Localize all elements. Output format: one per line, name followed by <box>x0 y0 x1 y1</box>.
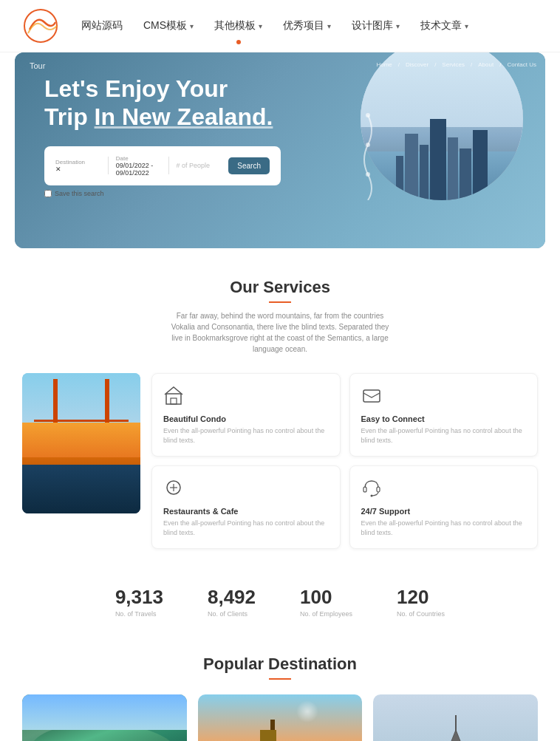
hero-search-button[interactable]: Search <box>228 157 270 174</box>
wave-decoration <box>338 112 397 200</box>
building-7 <box>473 130 488 200</box>
form-divider-1 <box>108 157 109 174</box>
services-divider <box>269 301 291 303</box>
destination-card-3[interactable]: Lake Thun Switzerland <box>373 694 538 741</box>
hero-nav-services[interactable]: Services <box>442 61 465 68</box>
svg-point-2 <box>366 143 370 147</box>
chevron-down-icon: ▾ <box>259 22 262 30</box>
chevron-down-icon: ▾ <box>327 22 331 30</box>
date-label: Date <box>116 155 161 162</box>
bridge-water <box>22 465 140 514</box>
hero-content: Let's Enjoy Your Trip In New Zealand. De… <box>44 75 281 197</box>
building-3 <box>420 145 428 200</box>
condo-icon <box>163 385 329 410</box>
support-icon <box>361 477 527 502</box>
building-4 <box>430 119 446 200</box>
hero-title: Let's Enjoy Your Trip In New Zealand. <box>44 75 281 132</box>
hero-nav-sep4: / <box>499 61 501 68</box>
restaurant-name: Restaurants & Cafe <box>163 507 329 516</box>
hero-search-form: Destination ✕ Date 09/01/2022 - 09/01/20… <box>44 146 281 185</box>
stat-countries-number: 120 <box>397 586 445 609</box>
stat-clients-number: 8,492 <box>208 586 256 609</box>
destination-card-2[interactable]: San Francisco, United States United Stat… <box>198 694 363 741</box>
destination-card-1[interactable]: Rialto Bridge Venice, Italy <box>22 694 187 741</box>
services-description: Far far away, behind the word mountains,… <box>169 310 391 355</box>
bridge-right-tower <box>105 379 109 423</box>
stat-employees: 100 No. of Employees <box>300 586 352 618</box>
service-card-connect: Easy to Connect Even the all-powerful Po… <box>349 373 539 457</box>
chevron-down-icon: ▾ <box>465 22 468 30</box>
bridge-background <box>22 373 140 513</box>
nav-item-cms[interactable]: CMS模板 ▾ <box>143 19 194 33</box>
form-divider-2 <box>168 157 169 174</box>
hero-nav-about[interactable]: About <box>478 61 494 68</box>
connect-text: Even the all-powerful Pointing has no co… <box>361 426 527 445</box>
bridge-sunset <box>22 423 140 458</box>
services-title: Our Services <box>22 278 538 297</box>
stat-employees-label: No. of Employees <box>300 610 352 618</box>
services-grid: Beautiful Condo Even the all-powerful Po… <box>22 373 538 549</box>
building-2 <box>405 134 418 200</box>
condo-name: Beautiful Condo <box>163 414 329 423</box>
svg-rect-8 <box>363 487 366 492</box>
services-bridge-image <box>22 373 140 513</box>
stat-clients-label: No. of Clients <box>208 610 256 618</box>
chevron-down-icon: ▾ <box>190 22 194 30</box>
service-card-restaurant: Restaurants & Cafe Even the all-powerful… <box>151 465 341 549</box>
date-value: 09/01/2022 - 09/01/2022 <box>116 162 161 177</box>
chevron-down-icon: ▾ <box>396 22 400 30</box>
hero-title-highlight: In New Zealand. <box>95 103 273 130</box>
connect-name: Easy to Connect <box>361 414 527 423</box>
building-5 <box>448 137 458 200</box>
hero-nav-discover[interactable]: Discover <box>406 61 428 68</box>
people-field[interactable]: # of People <box>177 162 222 169</box>
restaurant-text: Even the all-powerful Pointing has no co… <box>163 519 329 537</box>
hero-nav-sep3: / <box>471 61 472 68</box>
stats-section: 9,313 No. of Travels 8,492 No. of Client… <box>0 564 560 640</box>
destinations-title: Popular Destination <box>22 655 538 674</box>
stat-countries: 120 No. of Countries <box>397 586 445 618</box>
stat-travels-number: 9,313 <box>115 586 163 609</box>
connect-icon <box>361 385 527 410</box>
svg-rect-5 <box>171 398 177 404</box>
dest-overlay-1 <box>22 694 187 741</box>
stat-travels-label: No. of Travels <box>115 610 163 618</box>
svg-point-1 <box>366 113 370 117</box>
stat-countries-label: No. of Countries <box>397 610 445 618</box>
destinations-section: Popular Destination Rialto Bridge Venice… <box>0 640 560 741</box>
nav-item-source[interactable]: 网站源码 <box>81 19 123 33</box>
nav-item-other[interactable]: 其他模板 ▾ <box>214 19 262 33</box>
dest-overlay-3 <box>373 694 538 741</box>
nav-menu: 网站源码 CMS模板 ▾ 其他模板 ▾ 优秀项目 ▾ 设计图库 ▾ 技术文章 ▾ <box>81 19 468 33</box>
svg-rect-4 <box>166 394 181 404</box>
support-text: Even the all-powerful Pointing has no co… <box>361 519 527 537</box>
services-section: Our Services Far far away, behind the wo… <box>0 248 560 564</box>
service-card-support: 24/7 Support Even the all-powerful Point… <box>349 465 539 549</box>
people-placeholder: # of People <box>177 162 222 169</box>
logo-icon[interactable] <box>22 7 59 44</box>
bridge-left-tower <box>53 379 58 423</box>
hero-tour-label: Tour <box>30 61 45 70</box>
destination-value: ✕ <box>55 165 100 173</box>
destination-cards: Rialto Bridge Venice, Italy San Francisc… <box>22 694 538 741</box>
nav-item-projects[interactable]: 优秀项目 ▾ <box>283 19 331 33</box>
destination-field[interactable]: Destination ✕ <box>55 159 100 173</box>
svg-point-3 <box>366 172 370 177</box>
hero-nav-contact[interactable]: Contact Us <box>507 61 536 68</box>
service-card-condo: Beautiful Condo Even the all-powerful Po… <box>151 373 341 457</box>
hero-mini-nav: Home / Discover / Services / About / Con… <box>376 61 536 68</box>
nav-item-design[interactable]: 设计图库 ▾ <box>352 19 400 33</box>
svg-rect-6 <box>363 390 380 402</box>
date-field[interactable]: Date 09/01/2022 - 09/01/2022 <box>116 155 161 177</box>
hero-section: Home / Discover / Services / About / Con… <box>15 52 545 248</box>
hero-nav-home[interactable]: Home <box>376 61 392 68</box>
dest-overlay-2 <box>198 694 363 741</box>
svg-point-10 <box>370 495 372 497</box>
stat-employees-number: 100 <box>300 586 352 609</box>
destinations-divider <box>269 678 291 680</box>
save-search-checkbox[interactable] <box>44 190 52 197</box>
navbar: 网站源码 CMS模板 ▾ 其他模板 ▾ 优秀项目 ▾ 设计图库 ▾ 技术文章 ▾ <box>0 0 560 52</box>
building-6 <box>460 148 471 200</box>
stat-travels: 9,313 No. of Travels <box>115 586 163 618</box>
nav-item-tech[interactable]: 技术文章 ▾ <box>420 19 468 33</box>
